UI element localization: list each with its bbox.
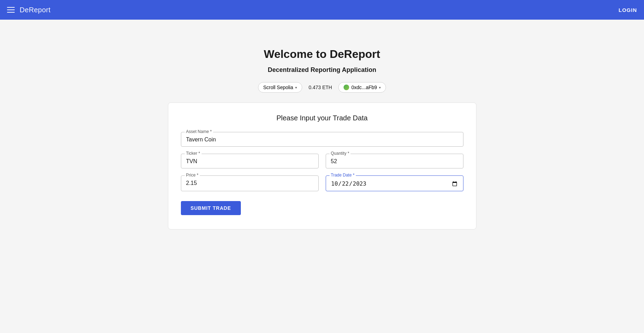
ticker-input[interactable] <box>186 157 313 165</box>
welcome-title: Welcome to DeReport <box>264 48 380 61</box>
asset-name-input[interactable] <box>186 135 458 143</box>
ticker-quantity-row: Ticker * Quantity * <box>181 154 463 168</box>
wallet-address: 0xdc...aFb9 <box>351 85 377 90</box>
trade-form-card: Please Input your Trade Data Asset Name … <box>168 102 476 229</box>
network-chevron-icon: ▾ <box>295 86 297 89</box>
wallet-avatar-icon <box>344 85 349 90</box>
network-selector[interactable]: Scroll Sepolia ▾ <box>258 82 303 93</box>
trade-date-input[interactable] <box>331 179 458 187</box>
eth-balance: 0.473 ETH <box>305 85 335 90</box>
trade-date-label: Trade Date * <box>330 173 356 178</box>
price-label: Price * <box>185 173 200 178</box>
app-title: DeReport <box>20 6 50 14</box>
price-date-row: Price * Trade Date * <box>181 175 463 191</box>
quantity-field-wrapper: Quantity * <box>326 154 463 168</box>
network-name: Scroll Sepolia <box>263 85 293 90</box>
asset-name-field-wrapper: Asset Name * <box>181 132 463 147</box>
hamburger-menu-icon[interactable] <box>7 7 15 13</box>
ticker-label: Ticker * <box>185 151 202 156</box>
asset-name-label: Asset Name * <box>185 129 213 134</box>
subtitle: Decentralized Reporting Application <box>268 66 376 74</box>
login-button[interactable]: LOGIN <box>619 7 637 13</box>
price-field-wrapper: Price * <box>181 175 319 191</box>
submit-trade-button[interactable]: SUBMIT TRADE <box>181 201 241 215</box>
ticker-field-wrapper: Ticker * <box>181 154 319 168</box>
quantity-label: Quantity * <box>330 151 351 156</box>
trade-date-field-wrapper: Trade Date * <box>326 175 463 191</box>
price-input[interactable] <box>186 179 313 186</box>
main-content: Welcome to DeReport Decentralized Report… <box>0 20 644 229</box>
asset-name-group: Asset Name * <box>181 132 463 147</box>
wallet-chevron-icon: ▾ <box>379 86 381 89</box>
wallet-address-selector[interactable]: 0xdc...aFb9 ▾ <box>338 82 386 93</box>
navbar: DeReport LOGIN <box>0 0 644 20</box>
navbar-left: DeReport <box>7 6 50 14</box>
form-section-title: Please Input your Trade Data <box>181 114 463 122</box>
quantity-input[interactable] <box>331 157 458 165</box>
wallet-bar: Scroll Sepolia ▾ 0.473 ETH 0xdc...aFb9 ▾ <box>258 82 386 93</box>
